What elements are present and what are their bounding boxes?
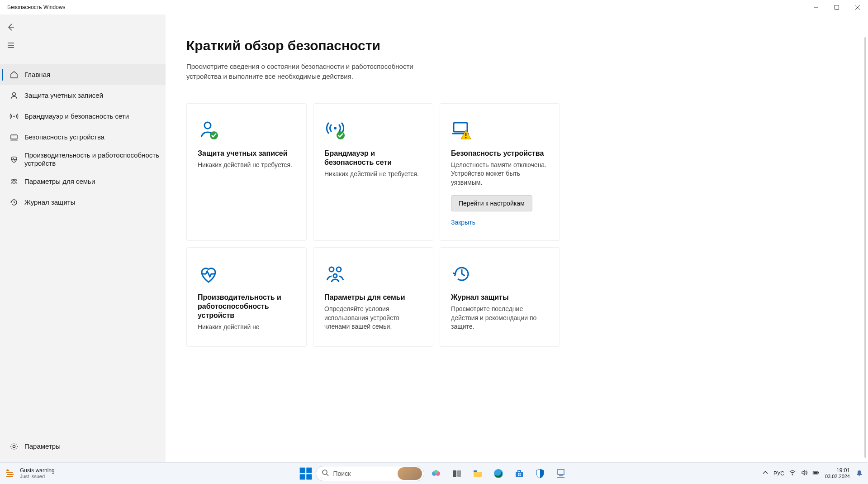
- account-icon: [7, 91, 21, 100]
- main-content: Краткий обзор безопасности Просмотрите с…: [166, 14, 868, 462]
- card-performance[interactable]: Производительность и работоспособность у…: [186, 247, 307, 347]
- clock-time: 19:01: [836, 468, 850, 474]
- nav-list: Главная Защита учетных записей Брандмауэ…: [0, 56, 166, 436]
- volume-icon[interactable]: [801, 469, 808, 478]
- svg-rect-42: [518, 474, 519, 476]
- taskbar-clock[interactable]: 19:01 03.02.2024: [825, 468, 850, 479]
- device-warning-icon: [451, 115, 549, 141]
- taskbar-explorer[interactable]: [469, 465, 487, 483]
- taskbar-app-generic[interactable]: [552, 465, 570, 483]
- go-to-settings-button[interactable]: Перейти к настройкам: [451, 195, 532, 211]
- card-family[interactable]: Параметры для семьи Определяйте условия …: [313, 247, 433, 347]
- gear-icon: [7, 442, 21, 451]
- nav-label: Параметры: [24, 442, 159, 450]
- account-icon: [198, 115, 295, 141]
- nav-device-security[interactable]: Безопасность устройства: [0, 127, 166, 148]
- taskbar-edge[interactable]: [489, 465, 508, 483]
- language-indicator[interactable]: РУС: [773, 470, 784, 477]
- svg-rect-28: [299, 474, 305, 479]
- search-placeholder: Поиск: [333, 470, 351, 477]
- svg-rect-44: [558, 470, 564, 474]
- network-icon: [7, 112, 21, 121]
- svg-point-24: [337, 267, 341, 272]
- nav-account-protection[interactable]: Защита учетных записей: [0, 85, 166, 106]
- system-tray[interactable]: РУС: [762, 469, 820, 478]
- card-title: Журнал защиты: [451, 293, 549, 302]
- taskbar-taskview[interactable]: [448, 465, 466, 483]
- nav-label: Брандмауэр и безопасность сети: [24, 112, 159, 120]
- nav-label: Безопасность устройства: [24, 133, 159, 141]
- taskbar: Gusts warning Just issued Поиск: [0, 462, 868, 484]
- nav-performance[interactable]: Производительность и работоспособность у…: [0, 148, 166, 171]
- history-icon: [7, 198, 21, 207]
- taskbar-security[interactable]: [531, 465, 549, 483]
- weather-line1: Gusts warning: [20, 468, 55, 474]
- nav-family[interactable]: Параметры для семьи: [0, 171, 166, 192]
- battery-icon[interactable]: [812, 469, 820, 478]
- nav-label: Защита учетных записей: [24, 91, 159, 100]
- close-button[interactable]: [847, 0, 868, 14]
- svg-rect-35: [453, 470, 456, 477]
- family-icon: [324, 259, 422, 285]
- dismiss-link[interactable]: Закрыть: [451, 219, 549, 226]
- nav-settings[interactable]: Параметры: [0, 436, 166, 457]
- card-desc: Определяйте условия использования устрой…: [324, 305, 422, 331]
- svg-point-14: [13, 445, 15, 447]
- notification-icon[interactable]: [855, 470, 863, 478]
- home-icon: [7, 70, 21, 79]
- svg-point-13: [14, 179, 16, 181]
- svg-point-17: [334, 127, 337, 129]
- minimize-button[interactable]: [806, 0, 826, 14]
- window-title: Безопасность Windows: [7, 4, 66, 10]
- search-highlight-image: [398, 467, 422, 480]
- svg-rect-19: [454, 123, 467, 132]
- svg-point-15: [204, 122, 211, 129]
- nav-label: Параметры для семьи: [24, 177, 159, 186]
- nav-label: Производительность и работоспособность у…: [24, 151, 159, 168]
- chevron-up-icon[interactable]: [762, 469, 769, 478]
- maximize-button[interactable]: [826, 0, 847, 14]
- svg-rect-50: [813, 472, 817, 474]
- scrollbar[interactable]: [864, 37, 866, 458]
- card-desc: Никаких действий не: [198, 323, 295, 332]
- svg-point-8: [13, 93, 15, 96]
- weather-line2: Just issued: [20, 474, 55, 479]
- card-firewall[interactable]: Брандмауэр и безопасность сети Никаких д…: [313, 103, 433, 241]
- card-title: Безопасность устройства: [451, 149, 549, 158]
- taskbar-search[interactable]: Поиск: [316, 466, 424, 481]
- cards-grid: Защита учетных записей Никаких действий …: [186, 103, 841, 347]
- svg-point-12: [12, 179, 14, 181]
- taskbar-weather[interactable]: Gusts warning Just issued: [5, 468, 149, 479]
- card-protection-history[interactable]: Журнал защиты Просмотрите последние дейс…: [440, 247, 560, 347]
- svg-rect-41: [519, 473, 521, 474]
- start-button[interactable]: [299, 466, 313, 481]
- svg-point-47: [792, 474, 793, 475]
- nav-home[interactable]: Главная: [0, 64, 166, 85]
- page-title: Краткий обзор безопасности: [186, 38, 841, 53]
- card-title: Защита учетных записей: [198, 149, 295, 158]
- card-device-security[interactable]: Безопасность устройства Целостность памя…: [440, 103, 560, 241]
- svg-point-30: [323, 470, 327, 474]
- card-account-protection[interactable]: Защита учетных записей Никаких действий …: [186, 103, 307, 241]
- hamburger-button[interactable]: [0, 36, 22, 54]
- history-icon: [451, 259, 549, 285]
- card-desc: Целостность памяти отключена. Устройство…: [451, 161, 549, 187]
- titlebar: Безопасность Windows: [0, 0, 868, 14]
- card-title: Производительность и работоспособность у…: [198, 293, 295, 320]
- card-desc: Никаких действий не требуется.: [324, 170, 422, 179]
- back-button[interactable]: [0, 18, 22, 36]
- nav-label: Главная: [24, 71, 159, 79]
- network-icon: [324, 115, 422, 141]
- nav-firewall[interactable]: Брандмауэр и безопасность сети: [0, 106, 166, 127]
- wifi-icon[interactable]: [789, 469, 796, 478]
- svg-rect-45: [559, 475, 563, 476]
- taskbar-store[interactable]: [510, 465, 528, 483]
- svg-rect-1: [835, 5, 839, 10]
- taskbar-copilot[interactable]: [427, 465, 445, 483]
- svg-point-23: [329, 267, 334, 272]
- svg-rect-26: [299, 467, 305, 473]
- nav-protection-history[interactable]: Журнал защиты: [0, 192, 166, 213]
- health-icon: [7, 155, 21, 164]
- sidebar: Главная Защита учетных записей Брандмауэ…: [0, 14, 166, 462]
- svg-rect-36: [457, 470, 461, 477]
